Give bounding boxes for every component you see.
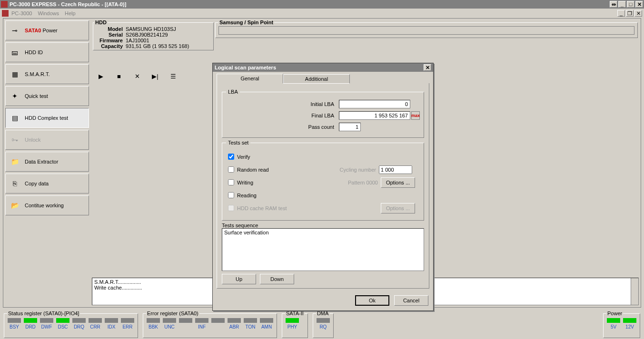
data-extractor-icon: 📁 [10, 156, 20, 167]
sidebar-quick-test[interactable]: ✦Quick test [5, 86, 89, 106]
tools-icon[interactable]: ✕ [133, 72, 141, 80]
app-icon [1, 1, 8, 8]
led-indicator [211, 318, 225, 323]
led-indicator [179, 318, 192, 323]
copy-data-icon: ⎘ [10, 178, 20, 189]
register-blank [211, 318, 225, 329]
led-indicator [228, 318, 241, 323]
led-indicator [40, 318, 53, 323]
cycling-input[interactable] [379, 165, 412, 174]
log-scrollbar[interactable] [631, 278, 638, 305]
window-maximize-button[interactable]: □ [627, 1, 634, 8]
tab-additional[interactable]: Additional [283, 74, 350, 84]
quick-test-icon: ✦ [10, 91, 20, 101]
writing-options-button[interactable]: Options ... [381, 177, 415, 188]
initial-lba-input[interactable] [339, 100, 410, 108]
window-minimize-button[interactable]: _ [618, 1, 626, 8]
hdd-serial: S26BJ90B214129 [126, 32, 168, 38]
sata-label: SATA0 [25, 28, 41, 33]
menu-bar: PC-3000 Windows Help _ ❐ ✕ [0, 9, 644, 18]
register-INF: INF [195, 318, 209, 329]
sidebar-power[interactable]: ⊸ SATA0 Power [5, 20, 89, 40]
led-indicator [89, 318, 102, 323]
led-indicator [317, 318, 330, 323]
scan-params-dialog: Logical scan parameters ✕ General Additi… [212, 63, 434, 311]
led-indicator [163, 318, 176, 323]
sequence-item[interactable]: Surface verification [224, 230, 422, 235]
led-indicator [8, 318, 21, 323]
complex-test-icon: ▤ [10, 113, 20, 123]
sidebar-copy-data[interactable]: ⎘Copy data [5, 174, 89, 194]
sidebar-hdd-id[interactable]: 🖴HDD ID [5, 42, 89, 62]
register-blank [178, 318, 193, 329]
mdi-restore-button[interactable]: ❐ [626, 10, 634, 17]
cancel-button[interactable]: Cancel [394, 295, 428, 306]
ram-options-button[interactable]: Options ... [381, 203, 415, 213]
led-indicator [286, 318, 299, 323]
skip-icon[interactable]: ▶| [151, 72, 159, 80]
reading-checkbox[interactable] [228, 192, 234, 198]
verify-checkbox[interactable] [228, 154, 234, 160]
ok-button[interactable]: Ok [355, 295, 389, 306]
led-indicator [244, 318, 257, 323]
register-UNC: UNC [162, 318, 177, 329]
led-indicator [623, 318, 636, 323]
register-DRQ: DRQ [72, 318, 86, 329]
play-icon[interactable]: ▶ [97, 72, 105, 80]
register-TON: TON [243, 318, 258, 329]
power-label: Power [43, 28, 58, 33]
hdd-capacity: 931,51 GB (1 953 525 168) [126, 43, 189, 49]
toolbar: ▶ ■ ✕ ▶| ☰ [92, 69, 182, 83]
device-panel: Samsung / Spin Point [215, 19, 638, 38]
device-title: Samsung / Spin Point [218, 19, 274, 25]
menu-help[interactable]: Help [65, 10, 76, 16]
sidebar-continue[interactable]: 📂Contitue working [5, 195, 89, 215]
progress-bar [218, 26, 634, 35]
window-close-button[interactable]: ✕ [635, 1, 643, 8]
register-BSY: BSY [7, 318, 21, 329]
tests-group: Tests set Verify Random read Cycling num… [222, 140, 424, 221]
window-extra-button[interactable]: ⇔ [610, 1, 617, 8]
register-DWF: DWF [40, 318, 54, 329]
max-button[interactable]: max [411, 111, 420, 120]
dialog-title: Logical scan parameters [215, 65, 276, 70]
hdd-firmware: 1AJ10001 [126, 38, 149, 43]
power-group: Power 5V12V [603, 310, 640, 338]
pass-count-input[interactable] [339, 123, 361, 131]
sidebar-complex-test[interactable]: ▤HDD Complex test [5, 108, 89, 128]
mdi-minimize-button[interactable]: _ [617, 10, 625, 17]
random-read-checkbox[interactable] [228, 166, 234, 173]
register-ABR: ABR [227, 318, 241, 329]
tab-general[interactable]: General [217, 74, 283, 83]
register-ERR: ERR [120, 318, 135, 329]
dma-group: DMA RQ [313, 310, 334, 338]
dialog-titlebar: Logical scan parameters ✕ [213, 63, 433, 72]
sidebar: ⊸ SATA0 Power 🖴HDD ID ▦S.M.A.R.T. ✦Quick… [5, 20, 89, 305]
led-indicator [147, 318, 160, 323]
mdi-close-button[interactable]: ✕ [634, 10, 642, 17]
sidebar-data-extractor[interactable]: 📁Data Extractor [5, 152, 89, 172]
tests-sequence-list[interactable]: Surface verification [222, 228, 424, 271]
sidebar-smart[interactable]: ▦S.M.A.R.T. [5, 64, 89, 84]
led-indicator [24, 318, 37, 323]
writing-checkbox[interactable] [228, 179, 234, 185]
down-button[interactable]: Down [260, 274, 294, 284]
register-DSC: DSC [56, 318, 70, 329]
up-button[interactable]: Up [222, 274, 256, 284]
app-titlebar: PC-3000 EXPRESS - Czech Republic - [(ATA… [0, 0, 644, 9]
menu-pc3000[interactable]: PC-3000 [11, 10, 32, 16]
final-lba-input[interactable] [339, 111, 410, 120]
hdd-model: SAMSUNG HD103SJ [126, 26, 176, 32]
led-indicator [260, 318, 273, 323]
register-5V: 5V [606, 318, 621, 329]
register-CRR: CRR [88, 318, 102, 329]
led-indicator [56, 318, 69, 323]
sidebar-unlock[interactable]: 🗝Unlock [5, 130, 89, 150]
list-icon[interactable]: ☰ [169, 72, 178, 80]
led-indicator [121, 318, 134, 323]
menu-windows[interactable]: Windows [38, 10, 59, 16]
hdd-legend: HDD [94, 19, 108, 25]
hdd-info-panel: HDD ModelSAMSUNG HD103SJ SerialS26BJ90B2… [93, 19, 214, 50]
stop-icon[interactable]: ■ [115, 72, 123, 80]
dialog-close-button[interactable]: ✕ [424, 64, 431, 71]
